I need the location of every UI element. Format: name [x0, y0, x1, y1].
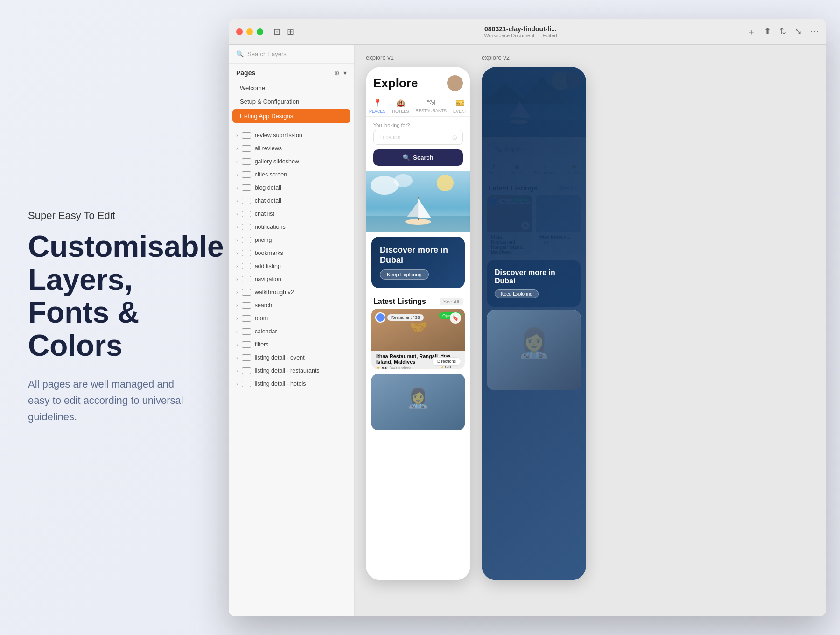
bookmark-icon[interactable]: 🔖 [450, 312, 461, 324]
content-area: explore v1 Explore 📍 PLACES � [355, 45, 826, 616]
maximize-button[interactable] [257, 28, 263, 35]
chevron-icon: › [236, 316, 238, 321]
tab-label: EVENT [453, 109, 467, 113]
search-icon: 🔍 [236, 50, 244, 57]
pages-label: Pages [236, 69, 255, 77]
grid-icon[interactable]: ⊞ [287, 27, 294, 37]
explore-v2-label: explore v2 [482, 54, 586, 61]
pages-controls: ⊕ ▾ [334, 69, 347, 77]
titlebar: ⊡ ⊞ 080321-clay-findout-li... Workspace … [229, 19, 826, 45]
zoom-icon[interactable]: ⤡ [795, 26, 802, 37]
avatar [447, 75, 463, 91]
keep-exploring-button[interactable]: Keep Exploring [380, 269, 429, 280]
rating: 5.0 [382, 366, 388, 369]
search-icon: 🔍 [403, 154, 410, 161]
left-panel: Super Easy To Edit Customisable Layers, … [0, 210, 224, 425]
chevron-icon: › [236, 159, 238, 164]
layer-listing-detail-restaurants[interactable]: › listing detail - restaurants [229, 364, 354, 377]
phone-v1: Explore 📍 PLACES 🏨 HOTELS [366, 67, 470, 580]
layer-calendar[interactable]: › calendar [229, 325, 354, 338]
minimize-button[interactable] [246, 28, 253, 35]
search-box[interactable]: 🔍 Search Layers [236, 50, 347, 57]
layer-listing-detail-hotels[interactable]: › listing detail - hotels [229, 377, 354, 390]
page-item-welcome[interactable]: Welcome [229, 81, 354, 95]
frame-icon[interactable]: ⊡ [273, 27, 280, 37]
layer-label: navigation [255, 276, 347, 282]
tab-places[interactable]: 📍 PLACES [369, 99, 386, 113]
layer-label: chat list [255, 211, 347, 217]
chevron-icon: › [236, 198, 238, 204]
plus-icon[interactable]: ＋ [747, 26, 756, 37]
doc-title: 080321-clay-findout-li... [484, 25, 557, 33]
chevron-down-icon[interactable]: ▾ [343, 69, 347, 77]
frame-layer-icon [242, 224, 251, 230]
layer-cities-screen[interactable]: › cities screen [229, 168, 354, 181]
page-item-setup[interactable]: Setup & Configuration [229, 95, 354, 108]
layer-label: listing detail - restaurants [255, 367, 347, 374]
search-button[interactable]: 🔍 Search [373, 149, 463, 166]
layer-label: cities screen [255, 171, 347, 178]
layer-all-reviews[interactable]: › all reviews [229, 142, 354, 155]
share-icon[interactable]: ⬆ [764, 26, 771, 37]
layer-label: bookmarks [255, 250, 347, 256]
pages-list: Welcome Setup & Configuration Listing Ap… [229, 79, 354, 126]
pages-header: Pages ⊕ ▾ [229, 64, 354, 79]
chevron-icon: › [236, 224, 238, 230]
titlebar-center: 080321-clay-findout-li... Workspace Docu… [299, 25, 742, 38]
listing-name: Ithaa Restaurant, Rangali Island, Maldiv… [376, 353, 441, 365]
frame-layer-icon [242, 184, 251, 191]
restaurants-icon: 🍽 [427, 99, 435, 107]
frame-layer-icon [242, 211, 251, 217]
layer-label: add listing [255, 263, 347, 269]
search-label: Search [413, 154, 433, 161]
promo-card: Discover more in Dubai Keep Exploring [371, 237, 465, 288]
nav-tabs: 📍 PLACES 🏨 HOTELS 🍽 RESTAURANTS 🎫 [366, 96, 470, 117]
layer-bookmarks[interactable]: › bookmarks [229, 247, 354, 260]
tab-restaurants[interactable]: 🍽 RESTAURANTS [416, 99, 447, 113]
listing-overlay: Restaurant / $$ [375, 312, 424, 323]
hotels-icon: 🏨 [396, 99, 406, 107]
v2-promo-title: Discover more in Dubai [495, 268, 573, 285]
v2-keep-exploring-button[interactable]: Keep Exploring [495, 289, 539, 298]
layer-label: filters [255, 341, 347, 348]
layer-label: notifications [255, 224, 347, 230]
frame-layer-icon [242, 302, 251, 309]
close-button[interactable] [236, 28, 243, 35]
layer-blog-detail[interactable]: › blog detail [229, 181, 354, 194]
frame-layer-icon [242, 132, 251, 139]
chevron-icon: › [236, 368, 238, 374]
layer-chat-list[interactable]: › chat list [229, 207, 354, 220]
layer-label: search [255, 302, 347, 309]
frame-layer-icon [242, 354, 251, 361]
layer-pricing[interactable]: › pricing [229, 233, 354, 247]
directions-button[interactable]: Directions [432, 357, 461, 366]
add-page-icon[interactable]: ⊕ [334, 69, 340, 77]
event-icon: 🎫 [455, 99, 465, 107]
layer-navigation[interactable]: › navigation [229, 273, 354, 286]
layer-notifications[interactable]: › notifications [229, 220, 354, 233]
chevron-icon: › [236, 381, 238, 387]
layer-listing-detail-event[interactable]: › listing detail - event [229, 351, 354, 364]
chevron-icon: › [236, 303, 238, 308]
layer-filters[interactable]: › filters [229, 338, 354, 351]
tab-hotels[interactable]: 🏨 HOTELS [392, 99, 409, 113]
more-icon[interactable]: ⋯ [810, 26, 819, 37]
page-item-listing[interactable]: Listing App Designs [232, 109, 350, 123]
layer-gallery-slideshow[interactable]: › gallery slideshow [229, 155, 354, 168]
hero-image [366, 171, 470, 232]
layer-search[interactable]: › search [229, 299, 354, 312]
tab-event[interactable]: 🎫 EVENT [453, 99, 467, 113]
layer-review-submission[interactable]: › review submission [229, 129, 354, 142]
doc-subtitle: Workspace Document — Edited [484, 33, 557, 38]
tab-label: HOTELS [392, 109, 409, 113]
chevron-icon: › [236, 342, 238, 347]
see-all-button[interactable]: See All [440, 298, 463, 305]
main-window: ⊡ ⊞ 080321-clay-findout-li... Workspace … [229, 19, 826, 616]
layer-walkthrough-v2[interactable]: › walkthrough v2 [229, 286, 354, 299]
layer-add-listing[interactable]: › add listing [229, 260, 354, 273]
arrange-icon[interactable]: ⇅ [779, 26, 786, 37]
layer-chat-detail[interactable]: › chat detail [229, 194, 354, 207]
layer-room[interactable]: › room [229, 312, 354, 325]
frame-layer-icon [242, 158, 251, 165]
location-input[interactable]: Location ◎ [373, 130, 463, 145]
